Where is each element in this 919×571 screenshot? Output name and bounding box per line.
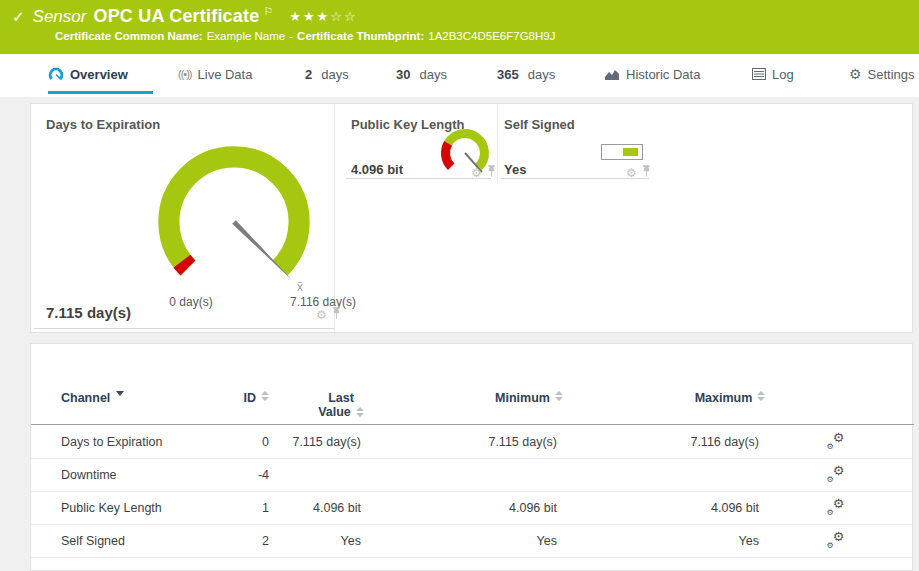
chevron-down-icon[interactable] [116,391,124,396]
tab-30-days[interactable]: 30 days [396,54,447,94]
column-header-value-label: Value [318,405,351,419]
meta-label-common-name: Certificate Common Name: [55,30,203,42]
panel-underline [501,178,649,179]
panel-underline [34,328,334,329]
gauge-pin-icon[interactable] [332,306,341,324]
column-header-maximum[interactable]: Maximum [681,388,779,424]
gauge-value-self-signed: Yes [504,162,526,177]
historic-data-icon [604,68,620,81]
tab-historic-data-label: Historic Data [626,67,700,82]
tab-365-days[interactable]: 365 days [497,54,555,94]
gauge-actions: ⚙ [626,164,651,182]
tab-live-data-label: Live Data [198,67,253,82]
gauges-card: Days to Expiration x̄ 0 day(s) 7.116 day… [30,103,913,333]
live-data-icon: ((•)) [178,68,192,80]
flag-icon[interactable]: ⚐ [263,5,273,18]
tab-2-days[interactable]: 2 days [305,54,349,94]
gear-icon: ⚙ [827,509,834,517]
table-row: Downtime -4 ⚙⚙ [31,458,914,492]
gauge-title-days-to-expiration: Days to Expiration [46,117,160,132]
table-row: Self Signed 2 Yes Yes Yes ⚙⚙ [31,524,914,558]
channel-minimum: 4.096 bit [461,491,557,524]
status-check-icon: ✓ [12,8,25,26]
tab-live-data[interactable]: ((•)) Live Data [178,54,252,94]
column-header-id-label: ID [244,391,257,405]
sensor-title-row: ✓ Sensor OPC UA Certificate ⚐ ★★★☆☆ [12,6,358,30]
tab-2-days-num: 2 [305,67,312,82]
column-header-channel-label: Channel [61,391,110,405]
settings-gear-icon: ⚙ [849,66,862,82]
channel-minimum: Yes [461,524,557,557]
channel-last-value: 7.115 day(s) [271,425,361,458]
channel-last-value: Yes [271,524,361,557]
gauge-value-public-key-length: 4.096 bit [351,162,403,177]
channel-maximum [661,458,759,491]
channel-name: Days to Expiration [61,425,241,458]
panel-underline [346,178,491,179]
sensor-header: ✓ Sensor OPC UA Certificate ⚐ ★★★☆☆ Cert… [0,0,919,54]
gear-icon: ⚙ [827,443,834,451]
sensor-meta: Certificate Common Name:Example Name-Cer… [55,30,559,42]
channel-id: -4 [221,458,269,491]
log-icon [752,68,766,80]
mean-marker: x̄ [297,280,303,294]
channel-settings-button[interactable]: ⚙⚙ [824,458,848,491]
tab-30-days-num: 30 [396,67,410,82]
column-header-minimum[interactable]: Minimum [481,388,577,424]
column-header-channel[interactable]: Channel [61,388,241,424]
tab-overview[interactable]: Overview [48,54,128,94]
days-to-expiration-gauge [146,134,322,314]
sensor-title: OPC UA Certificate [93,6,259,27]
tab-historic-data[interactable]: Historic Data [604,54,700,94]
channel-id: 2 [221,524,269,557]
channel-name: Public Key Length [61,491,241,524]
table-header-row: Channel ID Last Value Minimum Maximum [31,388,914,425]
priority-stars[interactable]: ★★★☆☆ [289,9,357,24]
channel-settings-button[interactable]: ⚙⚙ [824,524,848,557]
sort-icon[interactable] [261,391,269,401]
channel-minimum [461,458,557,491]
tab-365-days-label: days [528,67,555,82]
tab-log-label: Log [772,67,794,82]
gauge-actions: ⚙ [471,164,496,182]
channel-settings-button[interactable]: ⚙⚙ [824,491,848,524]
sort-icon[interactable] [757,391,765,401]
channel-id: 1 [221,491,269,524]
tab-log[interactable]: Log [752,54,794,94]
panel-separator [497,104,498,182]
column-header-last-value[interactable]: Last Value [301,388,381,427]
sensor-kicker: Sensor [33,7,87,27]
column-header-minimum-label: Minimum [495,391,550,405]
self-signed-indicator [601,144,643,160]
gear-icon: ⚙ [833,464,845,477]
stars-filled[interactable]: ★★★ [289,9,330,24]
gauge-min-label: 0 day(s) [151,295,231,309]
gear-icon: ⚙ [827,542,834,550]
column-header-maximum-label: Maximum [695,391,753,405]
column-header-last-label: Last [328,391,354,405]
active-tab-underline [48,91,153,94]
gauge-pin-icon[interactable] [487,164,496,182]
gauge-settings-icon[interactable]: ⚙ [316,309,327,321]
tab-30-days-label: days [419,67,446,82]
column-header-id[interactable]: ID [221,388,269,424]
channel-name: Self Signed [61,524,241,557]
gauge-tab-icon [48,67,64,82]
meta-value-thumbprint: 1A2B3C4D5E6F7G8H9J [428,30,555,42]
channel-minimum: 7.115 day(s) [461,425,557,458]
gauge-title-self-signed: Self Signed [504,117,575,132]
sort-icon[interactable] [555,391,563,401]
gauge-pin-icon[interactable] [642,164,651,182]
gear-icon: ⚙ [827,476,834,484]
sort-icon[interactable] [356,407,364,417]
gear-icon: ⚙ [833,431,845,444]
channel-settings-button[interactable]: ⚙⚙ [824,425,848,458]
gear-icon: ⚙ [833,530,845,543]
tab-settings[interactable]: ⚙ Settings [849,54,915,94]
channel-last-value: 4.096 bit [271,491,361,524]
meta-value-common-name: Example Name [207,30,286,42]
tab-2-days-label: days [321,67,348,82]
stars-empty[interactable]: ☆☆ [330,9,357,24]
tab-365-days-num: 365 [497,67,519,82]
gauge-actions: ⚙ [316,306,341,324]
